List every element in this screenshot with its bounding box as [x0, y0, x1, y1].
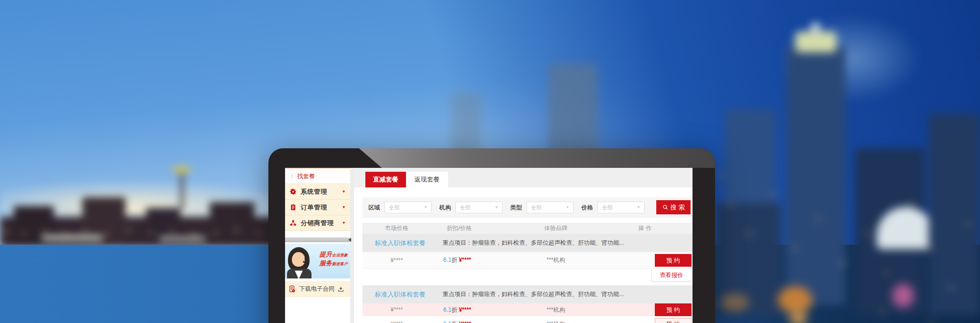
- discount-unit: 折: [452, 256, 457, 263]
- promo-text: 提升企业形象 服务新老客户: [319, 251, 348, 268]
- find-package-label: 找套餐: [297, 173, 315, 180]
- promo-banner[interactable]: 提升企业形象 服务新老客户: [285, 244, 350, 278]
- space-needle-stem: [180, 173, 184, 209]
- market-price-value: ¥****: [362, 257, 431, 264]
- package-title-link[interactable]: 标准入职体检套餐: [375, 239, 426, 248]
- header-market-price: 市场价格: [362, 224, 431, 232]
- sidebar: 〉找套餐 系统管理 ▼ 订单管理 ▼ 分销商管理 ▼: [285, 168, 350, 323]
- tab-direct-discount[interactable]: 直减套餐: [365, 172, 406, 187]
- discount-price-cell: 6.1折¥****: [431, 256, 514, 264]
- package-title-link[interactable]: 标准入职体检套餐: [375, 290, 426, 299]
- caret-down-icon: ▼: [342, 205, 346, 209]
- app-screen: 〉找套餐 系统管理 ▼ 订单管理 ▼ 分销商管理 ▼: [285, 168, 693, 323]
- package-title-row: 标准入职体检套餐 重点项目：肿瘤筛查，妇科检查、多部位超声检查、肝功能、肾功能.…: [362, 285, 693, 303]
- book-button[interactable]: 预 约: [655, 254, 692, 267]
- promo-line2-rest: 新老客户: [332, 262, 348, 266]
- city-skyline-left: [0, 188, 304, 252]
- price-row-highlighted: ¥**** 6.1折¥**** ***机构 预 约: [362, 303, 693, 317]
- org-chart-icon: [289, 219, 297, 227]
- tab-cashback[interactable]: 返现套餐: [406, 172, 448, 187]
- search-icon: [662, 204, 669, 210]
- type-select-value: 全部: [531, 202, 542, 213]
- book-button[interactable]: 预 约: [655, 303, 692, 316]
- search-button[interactable]: 搜 索: [656, 200, 691, 214]
- package-title-row: 标准入职体检套餐 重点项目：肿瘤筛查，妇科检查、多部位超声检查、肝功能、肾功能.…: [362, 234, 693, 252]
- promo-line1-rest: 企业形象: [332, 253, 348, 257]
- tab-bar: 直减套餐 返现套餐: [354, 168, 693, 187]
- collapse-arrow-icon: [348, 238, 351, 242]
- brand-value: ***机构: [514, 320, 598, 323]
- header-discount-price: 折扣/价格: [431, 224, 514, 232]
- table-header-row: 市场价格 折扣/价格 体验品牌 操 作: [362, 223, 693, 234]
- region-select[interactable]: 全部 ▼: [384, 202, 431, 213]
- building: [14, 206, 54, 247]
- sidebar-item-label: 系统管理: [301, 187, 327, 196]
- clipboard-icon: [289, 204, 297, 211]
- filter-label-price: 价格: [581, 204, 593, 212]
- download-contract-button[interactable]: 下载电子合同: [285, 281, 350, 297]
- waterfront-lights: [42, 235, 103, 240]
- filter-label-type: 类型: [510, 204, 522, 212]
- space-needle-top: [172, 166, 191, 174]
- book-button-outline[interactable]: 预 约: [655, 318, 692, 323]
- discount-number: 6.1: [443, 321, 452, 323]
- caret-down-icon: ▼: [495, 202, 499, 213]
- discount-price-cell: 6.1折¥****: [431, 306, 514, 314]
- caret-down-icon: ▼: [342, 189, 346, 194]
- price-row: ¥**** 6.1折¥**** ***机构 预 约: [362, 317, 693, 323]
- header-actions: 操 作: [598, 223, 693, 234]
- sidebar-item-label: 订单管理: [301, 203, 327, 212]
- actions-cell: 预 约: [598, 252, 693, 268]
- promo-line2-strong: 服务: [319, 259, 332, 267]
- discounted-price: ¥****: [459, 256, 471, 263]
- header-brand: 体验品牌: [514, 224, 598, 232]
- actions-cell: 预 约: [598, 317, 693, 323]
- sidebar-item-system-management[interactable]: 系统管理 ▼: [285, 184, 350, 200]
- city-lights: [719, 174, 722, 176]
- water-reflection: [720, 294, 749, 311]
- filter-label-region: 区域: [368, 204, 380, 212]
- promo-agent-image: [286, 247, 313, 278]
- type-select[interactable]: 全部 ▼: [526, 202, 574, 213]
- caret-down-icon: ▼: [424, 202, 428, 213]
- packages-table: 市场价格 折扣/价格 体验品牌 操 作 标准入职体检套餐 重点项目：肿瘤筛查，妇…: [362, 223, 693, 323]
- tablet-device: 〉找套餐 系统管理 ▼ 订单管理 ▼ 分销商管理 ▼: [268, 148, 715, 323]
- discount-unit: 折: [452, 321, 457, 323]
- price-select[interactable]: 全部 ▼: [598, 202, 645, 213]
- market-price-value: ¥****: [362, 321, 431, 323]
- price-row: ¥**** 6.1折¥**** ***机构 预 约: [362, 252, 693, 269]
- filter-bar: 区域 全部 ▼ 机构 全部 ▼ 类型 全部 ▼ 价格: [362, 197, 693, 218]
- bezel-reflection: [359, 148, 715, 168]
- sidebar-item-order-management[interactable]: 订单管理 ▼: [285, 200, 350, 215]
- institution-select[interactable]: 全部 ▼: [455, 202, 502, 213]
- region-select-value: 全部: [389, 202, 400, 213]
- sidebar-item-label: 分销商管理: [301, 219, 334, 228]
- building: [929, 114, 980, 315]
- download-icon: [337, 286, 344, 293]
- package-description: 重点项目：肿瘤筛查，妇科检查、多部位超声检查、肝功能、肾功能...: [443, 290, 624, 299]
- city-lights: [5, 231, 8, 233]
- chevron-right-icon: 〉: [291, 174, 296, 179]
- discount-price-cell: 6.1折¥****: [431, 320, 514, 323]
- page: 〉找套餐 系统管理 ▼ 订单管理 ▼ 分销商管理 ▼: [0, 0, 980, 323]
- city-skyline-right: [699, 27, 980, 313]
- sidebar-item-distributor-management[interactable]: 分销商管理 ▼: [285, 215, 350, 231]
- brand-value: ***机构: [514, 256, 598, 264]
- contract-icon: [288, 285, 296, 293]
- sidebar-item-find-package[interactable]: 〉找套餐: [285, 169, 350, 184]
- headset-earcup: [305, 256, 309, 262]
- discount-number: 6.1: [443, 306, 452, 313]
- sidebar-splitter[interactable]: [285, 237, 350, 242]
- view-quote-button[interactable]: 查看报价: [651, 269, 692, 281]
- main-panel: 直减套餐 返现套餐 区域 全部 ▼ 机构 全部 ▼ 类型: [354, 168, 693, 323]
- actions-cell: 预 约: [598, 303, 693, 316]
- gear-icon: [289, 188, 297, 195]
- institution-select-value: 全部: [460, 202, 471, 213]
- tower-lit-crown: [795, 32, 837, 52]
- market-price-value: ¥****: [362, 306, 431, 313]
- price-select-value: 全部: [602, 202, 613, 213]
- building: [210, 202, 255, 247]
- discount-unit: 折: [452, 306, 457, 313]
- quote-row: 查看报价: [362, 269, 693, 281]
- building: [787, 46, 845, 305]
